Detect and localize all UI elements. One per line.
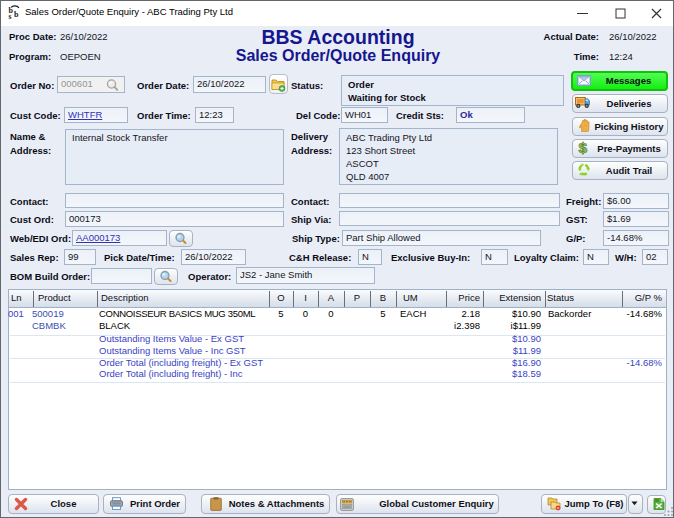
svg-text:s: s bbox=[9, 12, 12, 20]
svg-text:$: $ bbox=[579, 140, 588, 155]
svg-text:b: b bbox=[14, 10, 19, 19]
